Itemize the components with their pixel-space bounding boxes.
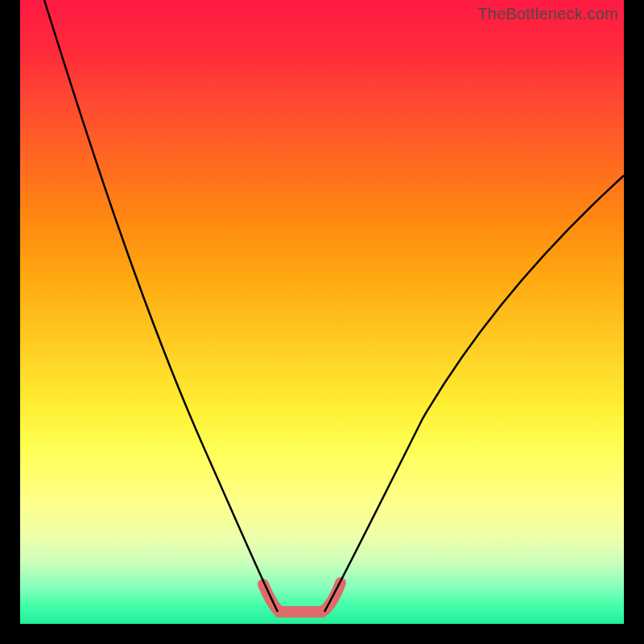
left-curve	[44, 0, 278, 612]
watermark-text: TheBottleneck.com	[477, 5, 618, 23]
right-curve	[324, 175, 624, 612]
chart-curves	[20, 0, 624, 624]
